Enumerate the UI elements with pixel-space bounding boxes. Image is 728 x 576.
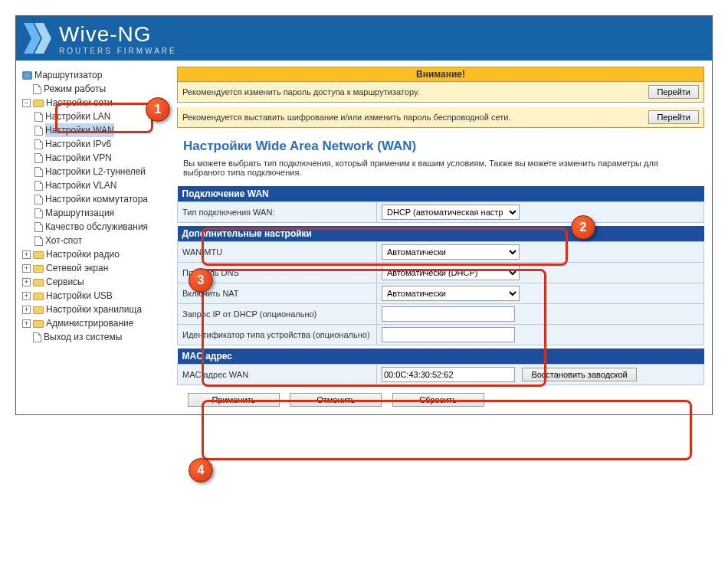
nav-switch[interactable]: Настройки коммутатора [45,192,148,206]
nav-router[interactable]: Маршрутизатор [34,68,102,82]
page-icon [34,181,43,191]
page-icon [33,332,41,342]
folder-icon [33,306,44,314]
nav-hotspot[interactable]: Хот-спот [45,234,82,247]
conn-type-label: Тип подключения WAN: [178,202,377,223]
nav-ipv6[interactable]: Настройки IPv6 [45,137,111,151]
nav-l2[interactable]: Настройки L2-туннелей [45,165,146,178]
folder-icon [33,100,44,107]
mtu-label: WAN MTU [178,242,377,263]
alert-go-2[interactable]: Перейти [648,110,699,124]
folder-icon [33,320,44,328]
callout-2: 2 [571,215,595,240]
page-icon [34,208,43,218]
nav-net[interactable]: Настройки сети [46,96,113,110]
dhcp-req-label: Запрос IP от DHCP (опционально) [178,304,377,325]
main-content: Внимание! Рекомендуется изменить пароль … [172,64,709,411]
page-icon [34,139,43,149]
section-connection: Подключение WAN Тип подключения WAN: DHC… [177,186,704,223]
page-icon [34,126,43,136]
reset-button[interactable]: Сбросить [392,393,484,407]
section-mac-header: MAC адрес [178,349,704,365]
cancel-button[interactable]: Отменить [290,393,382,407]
page-icon [33,84,41,94]
app-header: Wive-NG ROUTERS FIRMWARE [16,16,712,61]
router-icon [22,71,32,80]
nav-usb[interactable]: Настройки USB [46,289,113,303]
alert-msg-1: Рекомендуется изменить пароль доступа к … [182,87,419,97]
page-desc: Вы можете выбрать тип подключения, котор… [183,159,698,177]
folder-icon [33,265,44,273]
nat-select[interactable]: Автоматически [382,286,520,301]
callout-3: 3 [189,268,213,293]
nav-routing[interactable]: Маршрутизация [45,206,114,220]
mac-input[interactable] [382,367,515,382]
expand-icon[interactable]: + [22,292,31,300]
dns-select[interactable]: Автоматически (DHCP) [382,265,520,280]
nav-mode[interactable]: Режим работы [44,82,106,96]
section-extra-header: Дополнительные настройки [178,226,704,242]
expand-icon[interactable]: + [22,250,31,259]
nav-admin[interactable]: Администрирование [46,316,133,330]
conn-type-select[interactable]: DHCP (автоматическая настр [382,205,520,220]
alert-msg-2: Рекомендуется выставить шифрование и/или… [182,113,510,122]
page-icon [34,167,43,177]
apply-button[interactable]: Применить [188,393,280,407]
page-icon [34,195,43,205]
nav-storage[interactable]: Настройки хранилища [46,303,142,316]
nav-vpn[interactable]: Настройки VPN [45,151,112,165]
brand-title: Wive-NG [59,22,177,47]
nav-logout[interactable]: Выход из системы [44,330,122,344]
nav-vlan[interactable]: Настройки VLAN [45,178,117,192]
collapse-icon[interactable]: − [22,99,31,107]
page-icon [34,222,43,232]
callout-4: 4 [189,458,213,483]
section-conn-header: Подключение WAN [178,186,704,202]
expand-icon[interactable]: + [22,278,31,286]
page-icon [34,236,43,246]
devid-label: Идентификатор типа устройства (опциональ… [178,325,377,345]
folder-icon [33,279,44,286]
nav-radio[interactable]: Настройки радио [46,247,120,261]
alert-go-1[interactable]: Перейти [648,85,699,99]
nav-lan[interactable]: Настройки LAN [45,110,111,123]
page-title: Настройки Wide Area Network (WAN) [183,139,698,154]
brand-subtitle: ROUTERS FIRMWARE [59,47,177,55]
devid-input[interactable] [382,327,515,342]
nav-firewall[interactable]: Сетевой экран [46,261,108,275]
section-extra: Дополнительные настройки WAN MTUАвтомати… [177,226,704,345]
logo-icon [24,23,51,54]
dhcp-req-input[interactable] [382,306,515,322]
page-icon [34,112,43,122]
alert-row-2: Рекомендуется выставить шифрование и/или… [177,107,704,128]
folder-icon [33,251,44,259]
mtu-select[interactable]: Автоматически [382,244,520,260]
expand-icon[interactable]: + [22,306,31,314]
mac-label: MAC адрес WAN [178,365,377,385]
expand-icon[interactable]: + [22,264,31,273]
nav-wan[interactable]: Настройки WAN [45,123,114,137]
page-icon [34,153,43,163]
callout-1: 1 [146,97,170,122]
alert-row-1: Рекомендуется изменить пароль доступа к … [177,82,704,103]
folder-icon [33,293,44,300]
action-row: Применить Отменить Сбросить [177,388,704,408]
nav-services[interactable]: Сервисы [46,275,84,289]
alert-header: Внимание! [177,67,704,82]
section-mac: MAC адрес MAC адрес WAN Восстановить зав… [177,349,704,385]
nav-qos[interactable]: Качество обслуживания [45,220,148,234]
expand-icon[interactable]: + [22,319,31,328]
mac-restore-button[interactable]: Восстановить заводской [522,368,637,381]
